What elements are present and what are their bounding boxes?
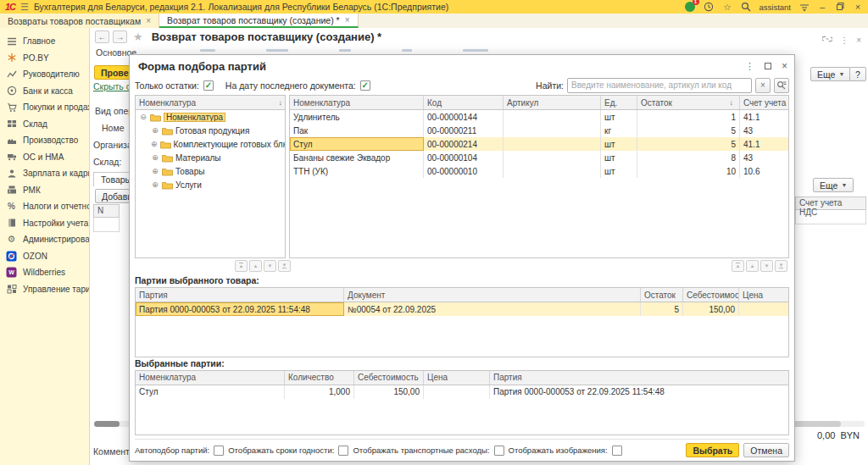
notifications-icon[interactable]: 1: [685, 2, 696, 13]
sidebar-item-proizvodstvo[interactable]: Производство: [0, 132, 89, 149]
column-header-n[interactable]: N: [93, 204, 120, 218]
item-row[interactable]: Пак00-00000211кг543: [290, 124, 788, 137]
move-top-button[interactable]: ▲: [235, 260, 248, 272]
sidebar-item-bank[interactable]: Банк и касса: [0, 83, 89, 100]
hide-main-link[interactable]: Скрыть основ: [93, 81, 131, 91]
tab-close-icon[interactable]: ×: [345, 15, 350, 25]
tree-node-root[interactable]: ⊖Номенклатура: [136, 110, 285, 124]
col-header-account[interactable]: Счет учета: [740, 96, 788, 109]
only-rest-checkbox[interactable]: ✓: [203, 80, 214, 91]
column-header-vat[interactable]: Счет учета НДС: [795, 197, 866, 210]
sidebar-item-glavnoe[interactable]: Главное: [0, 33, 89, 50]
move-down-button[interactable]: ▼: [760, 260, 773, 272]
document-close-icon[interactable]: ×: [856, 36, 861, 45]
selected-batch-row[interactable]: Стул 1,000 150,00 Партия 0000-000053 от …: [136, 385, 788, 399]
batch-row-selected[interactable]: Партия 0000-000053 от 22.09.2025 11:54:4…: [136, 302, 788, 316]
sidebar-item-administrirovanie[interactable]: ⚙Администрирование: [0, 231, 89, 248]
col-header-cost[interactable]: Себестоимость: [354, 371, 424, 385]
advanced-search-icon[interactable]: [774, 78, 789, 93]
history-icon[interactable]: [704, 2, 715, 13]
col-header-cost[interactable]: Себестоимость: [683, 288, 739, 302]
col-header-rest[interactable]: Остаток: [641, 288, 683, 302]
move-bottom-button[interactable]: ▼: [775, 260, 787, 272]
col-header-name[interactable]: Номенклатура: [136, 371, 285, 385]
service-menu-icon[interactable]: [798, 2, 810, 13]
sidebar-item-nalogi[interactable]: %Налоги и отчетность: [0, 198, 89, 215]
help-button[interactable]: ?: [849, 67, 866, 81]
sidebar-item-ozon[interactable]: OZON: [0, 248, 89, 265]
sidebar-item-pokupki[interactable]: Покупки и продажи: [0, 99, 89, 116]
move-down-button[interactable]: ▼: [264, 260, 276, 272]
item-row[interactable]: ТТН (УК)00-00000010шт1010.6: [290, 164, 788, 178]
col-header-code[interactable]: Код: [424, 96, 504, 109]
col-header-batch[interactable]: Партия: [136, 288, 344, 302]
col-header-price[interactable]: Цена: [739, 288, 788, 302]
sidebar-item-rmk[interactable]: РМК: [0, 182, 89, 199]
dialog-more-icon[interactable]: ⋮: [745, 61, 754, 72]
sidebar-item-os-nma[interactable]: ОС и НМА: [0, 149, 89, 166]
restore-button[interactable]: [835, 2, 845, 12]
transport-checkbox[interactable]: ✓: [494, 446, 504, 456]
tree-column-header[interactable]: Номенклатура: [136, 96, 279, 109]
back-button[interactable]: ←: [95, 30, 109, 43]
main-menu-icon[interactable]: ☰: [20, 2, 29, 13]
search-icon[interactable]: [741, 2, 752, 13]
post-and-close-button[interactable]: Провести и: [94, 65, 130, 80]
tab-returns-list[interactable]: Возвраты товаров поставщикам ×: [0, 14, 159, 28]
find-clear-icon[interactable]: ×: [755, 78, 771, 93]
col-header-rest[interactable]: Остаток↓: [637, 96, 740, 109]
sidebar-item-wildberries[interactable]: WWildberries: [0, 264, 89, 281]
col-header-unit[interactable]: Ед.: [601, 96, 637, 109]
star-icon[interactable]: ★: [133, 30, 143, 43]
on-date-checkbox[interactable]: ✓: [360, 80, 370, 91]
tree-node[interactable]: ⊕Услуги: [136, 178, 285, 191]
move-top-button[interactable]: ▲: [732, 260, 744, 272]
sidebar-item-zarplata[interactable]: Зарплата и кадры: [0, 165, 89, 182]
item-row[interactable]: Бананы свежие Эквадор00-00000104шт843: [290, 151, 788, 164]
move-up-button[interactable]: ▲: [249, 260, 262, 272]
expand-icon[interactable]: ⊕: [151, 153, 159, 162]
col-header-name[interactable]: Номенклатура: [290, 96, 424, 109]
tree-node[interactable]: ⊕Комплектующие готовых блюд: [136, 137, 285, 151]
tree-node[interactable]: ⊕Материалы: [136, 151, 285, 164]
h-scrollbar-left[interactable]: [94, 421, 131, 427]
sidebar-item-sklad[interactable]: Склад: [0, 116, 89, 133]
auto-select-checkbox[interactable]: ✓: [214, 446, 224, 456]
sidebar-item-nastroyki[interactable]: Настройки учета: [0, 215, 89, 232]
forward-button[interactable]: →: [113, 30, 127, 43]
minimize-button[interactable]: –: [817, 2, 827, 12]
sidebar-item-tarif[interactable]: Управление тарифом: [0, 281, 89, 298]
expand-icon[interactable]: ⊕: [151, 167, 159, 175]
col-header-batch[interactable]: Партия: [490, 371, 788, 385]
add-row-button[interactable]: Добавить: [95, 189, 130, 203]
dialog-maximize-icon[interactable]: [765, 63, 771, 69]
expand-icon[interactable]: ⊕: [151, 126, 159, 135]
more-button-top[interactable]: Еще▼: [810, 67, 851, 81]
sidebar-item-poby[interactable]: PO.BY: [0, 50, 89, 67]
tree-node[interactable]: ⊕Товары: [136, 164, 285, 178]
collapse-icon[interactable]: ⊖: [139, 113, 147, 121]
col-header-doc[interactable]: Документ: [344, 288, 641, 302]
sidebar-item-rukovoditelyu[interactable]: Руководителю: [0, 66, 89, 83]
expand-icon[interactable]: ⊕: [151, 180, 159, 189]
col-header-price[interactable]: Цена: [424, 371, 490, 385]
item-row-selected[interactable]: Стул00-00000214шт541.1: [290, 137, 788, 151]
assistant-menu[interactable]: assistant: [760, 3, 792, 12]
select-button[interactable]: Выбрать: [686, 443, 739, 457]
more-button-items[interactable]: Еще▼: [813, 178, 854, 192]
images-checkbox[interactable]: ✓: [612, 446, 622, 456]
link-icon[interactable]: [822, 35, 832, 45]
expand-icon[interactable]: ⊕: [151, 140, 158, 148]
col-header-article[interactable]: Артикул: [504, 96, 601, 109]
tree-node[interactable]: ⊕Готовая продукция: [136, 124, 285, 137]
close-button[interactable]: ×: [853, 2, 863, 12]
cancel-button[interactable]: Отмена: [743, 443, 789, 457]
expiry-checkbox[interactable]: ✓: [338, 446, 348, 456]
find-input[interactable]: [567, 78, 752, 93]
favorites-icon[interactable]: ☆: [722, 2, 733, 13]
h-scrollbar-right[interactable]: [790, 421, 865, 427]
move-up-button[interactable]: ▲: [746, 260, 759, 272]
more-dots-icon[interactable]: ⋮: [840, 36, 849, 45]
dialog-close-icon[interactable]: ×: [782, 60, 787, 72]
item-row[interactable]: Удлинитель00-00000144шт141.1: [290, 110, 788, 124]
